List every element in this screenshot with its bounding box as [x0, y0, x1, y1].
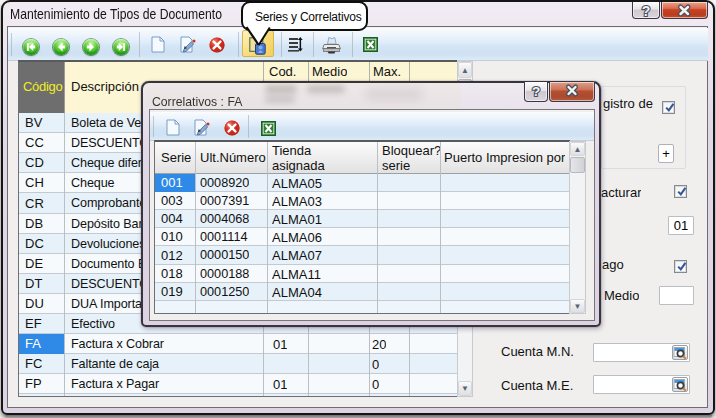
svg-text:?: ? — [642, 3, 651, 19]
svg-text:?: ? — [532, 84, 540, 99]
